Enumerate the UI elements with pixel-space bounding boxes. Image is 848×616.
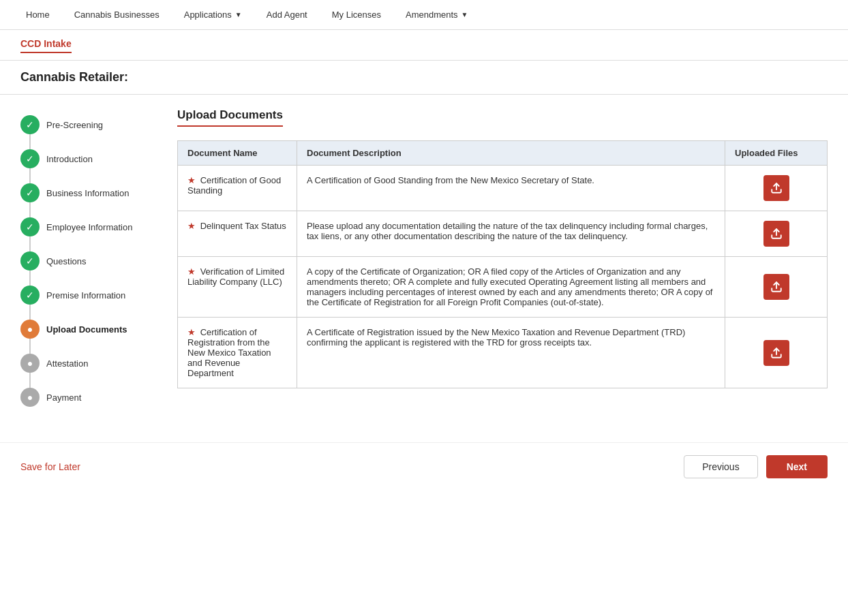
- sidebar-step-7: ●Attestation: [20, 354, 157, 373]
- section-title: Upload Documents: [177, 108, 283, 127]
- step-circle-8: ●: [20, 388, 40, 407]
- sidebar-step-0[interactable]: ✓Pre-Screening: [20, 115, 157, 134]
- sidebar-step-8: ●Payment: [20, 388, 157, 407]
- chevron-down-icon: ▼: [461, 11, 468, 18]
- nav-item-home[interactable]: Home: [14, 0, 62, 30]
- upload-button-1[interactable]: [763, 221, 789, 247]
- sidebar-step-1[interactable]: ✓Introduction: [20, 149, 157, 168]
- step-circle-7: ●: [20, 354, 40, 373]
- nav-item-amendments[interactable]: Amendments▼: [393, 0, 481, 30]
- nav-item-applications[interactable]: Applications▼: [172, 0, 254, 30]
- upload-button-0[interactable]: [763, 175, 789, 201]
- required-star-3: ★: [187, 327, 198, 337]
- upload-icon: [770, 347, 783, 359]
- footer-bar: Save for Later Previous Next: [0, 442, 848, 491]
- main-layout: ✓Pre-Screening✓Introduction✓Business Inf…: [0, 95, 848, 435]
- sidebar-step-5[interactable]: ✓Premise Information: [20, 286, 157, 305]
- col-header-desc: Document Description: [297, 141, 725, 166]
- next-button[interactable]: Next: [766, 455, 828, 478]
- chevron-down-icon: ▼: [235, 11, 242, 18]
- doc-name-text-3: Certification of Registration from the N…: [187, 327, 271, 378]
- footer-right: Previous Next: [684, 455, 828, 478]
- sidebar-step-2[interactable]: ✓Business Information: [20, 183, 157, 202]
- doc-name-cell-1: ★ Delinquent Tax Status: [178, 211, 297, 257]
- step-label-4: Questions: [46, 256, 87, 266]
- step-label-7: Attestation: [46, 358, 88, 369]
- table-row-3: ★ Certification of Registration from the…: [178, 318, 828, 388]
- save-later-button[interactable]: Save for Later: [20, 461, 80, 472]
- nav-item-cannabis-businesses[interactable]: Cannabis Businesses: [62, 0, 172, 30]
- nav-item-my-licenses[interactable]: My Licenses: [320, 0, 393, 30]
- doc-upload-cell-1: [725, 211, 828, 257]
- breadcrumb-area: CCD Intake: [0, 30, 848, 61]
- doc-name-cell-3: ★ Certification of Registration from the…: [178, 318, 297, 388]
- step-label-5: Premise Information: [46, 290, 125, 301]
- doc-desc-cell-2: A copy of the Certificate of Organizatio…: [297, 257, 725, 318]
- step-label-8: Payment: [46, 392, 81, 403]
- table-row-1: ★ Delinquent Tax StatusPlease upload any…: [178, 211, 828, 257]
- doc-name-text-2: Verification of Limited Liability Compan…: [187, 266, 284, 287]
- step-circle-0: ✓: [20, 115, 40, 134]
- sidebar-step-6[interactable]: ●Upload Documents: [20, 320, 157, 339]
- upload-icon: [770, 228, 783, 240]
- nav-bar: HomeCannabis BusinessesApplications▼Add …: [0, 0, 848, 30]
- nav-item-add-agent[interactable]: Add Agent: [254, 0, 320, 30]
- doc-upload-cell-0: [725, 166, 828, 211]
- doc-name-text-1: Delinquent Tax Status: [200, 221, 286, 231]
- col-header-upload: Uploaded Files: [725, 141, 828, 166]
- step-circle-6: ●: [20, 320, 40, 339]
- breadcrumb: CCD Intake: [20, 38, 72, 53]
- step-circle-3: ✓: [20, 217, 40, 236]
- doc-name-cell-2: ★ Verification of Limited Liability Comp…: [178, 257, 297, 318]
- upload-icon: [770, 182, 783, 194]
- documents-table: Document Name Document Description Uploa…: [177, 140, 828, 388]
- table-row-0: ★ Certification of Good StandingA Certif…: [178, 166, 828, 211]
- step-circle-5: ✓: [20, 286, 40, 305]
- step-circle-4: ✓: [20, 251, 40, 271]
- required-star-1: ★: [187, 221, 198, 231]
- required-star-0: ★: [187, 175, 198, 185]
- required-star-2: ★: [187, 266, 198, 277]
- upload-button-3[interactable]: [763, 340, 789, 366]
- previous-button[interactable]: Previous: [684, 455, 757, 478]
- doc-desc-cell-1: Please upload any documentation detailin…: [297, 211, 725, 257]
- step-label-0: Pre-Screening: [46, 120, 103, 130]
- step-circle-1: ✓: [20, 149, 40, 168]
- content-area: Upload Documents Document Name Document …: [177, 108, 828, 422]
- upload-icon: [770, 281, 783, 293]
- col-header-name: Document Name: [178, 141, 297, 166]
- step-label-1: Introduction: [46, 154, 93, 164]
- sidebar-steps: ✓Pre-Screening✓Introduction✓Business Inf…: [20, 115, 157, 407]
- doc-desc-cell-0: A Certification of Good Standing from th…: [297, 166, 725, 211]
- doc-desc-cell-3: A Certificate of Registration issued by …: [297, 318, 725, 388]
- step-label-2: Business Information: [46, 188, 129, 198]
- doc-upload-cell-3: [725, 318, 828, 388]
- step-label-6: Upload Documents: [46, 324, 127, 335]
- step-label-3: Employee Information: [46, 222, 132, 232]
- sidebar-step-4[interactable]: ✓Questions: [20, 251, 157, 271]
- page-title-bar: Cannabis Retailer:: [0, 61, 848, 95]
- doc-upload-cell-2: [725, 257, 828, 318]
- upload-button-2[interactable]: [763, 274, 789, 300]
- sidebar-step-3[interactable]: ✓Employee Information: [20, 217, 157, 236]
- page-title: Cannabis Retailer:: [20, 70, 128, 84]
- table-row-2: ★ Verification of Limited Liability Comp…: [178, 257, 828, 318]
- doc-name-cell-0: ★ Certification of Good Standing: [178, 166, 297, 211]
- doc-name-text-0: Certification of Good Standing: [187, 175, 281, 196]
- step-circle-2: ✓: [20, 183, 40, 202]
- sidebar: ✓Pre-Screening✓Introduction✓Business Inf…: [20, 108, 157, 422]
